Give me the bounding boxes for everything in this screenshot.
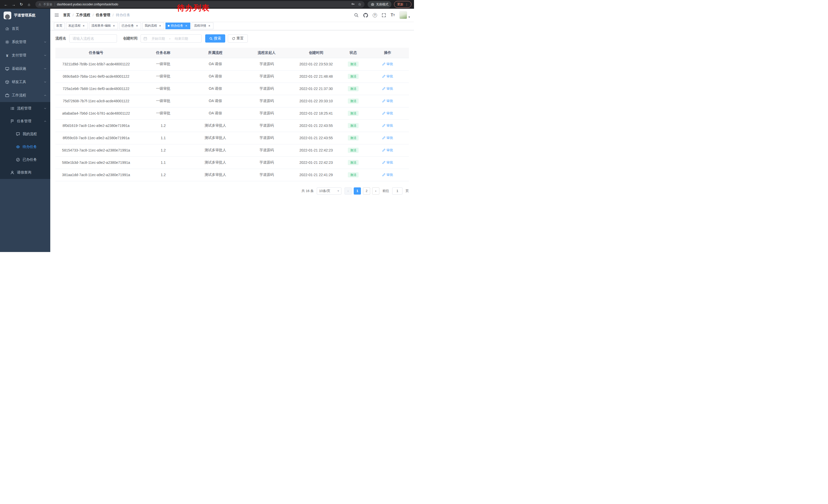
workflow-submenu: 流程管理 任务管理 我的流程 待办任务 — [0, 102, 50, 179]
font-size-icon[interactable]: TT — [391, 13, 395, 17]
sidebar-item-workflow[interactable]: 工作流程 — [0, 89, 50, 102]
sidebar-item-system[interactable]: 系统管理 — [0, 35, 50, 49]
create-time-label: 创建时间 — [123, 36, 137, 41]
back-icon[interactable]: ← — [3, 1, 9, 8]
sidebar-item-infrastructure[interactable]: 基础设施 — [0, 62, 50, 75]
search-icon[interactable] — [354, 13, 359, 17]
tab-close-icon[interactable]: × — [112, 24, 116, 28]
approve-button[interactable]: 审批 — [382, 123, 393, 128]
search-button[interactable]: 搜索 — [205, 34, 225, 43]
page-button-1[interactable]: 1 — [354, 187, 361, 194]
approve-button[interactable]: 审批 — [382, 99, 393, 103]
reset-button[interactable]: 重置 — [228, 34, 248, 43]
end-date-input[interactable] — [172, 37, 191, 41]
fullscreen-icon[interactable] — [382, 13, 386, 17]
process-name-input[interactable] — [69, 34, 117, 43]
sidebar-item-done-task[interactable]: 已办任务 — [0, 153, 50, 166]
edit-pencil-icon — [382, 87, 385, 90]
forward-icon[interactable]: → — [10, 1, 17, 8]
table-row: 381aa1dd-7ac8-11ec-a9e2-a2380e71991a1.2测… — [55, 169, 409, 181]
tab-done-task[interactable]: 已办任务 × — [119, 22, 141, 29]
task-name-cell: 1.2 — [137, 169, 190, 181]
approve-button[interactable]: 审批 — [382, 62, 393, 66]
page-size-select[interactable]: 10条/页 ▾ — [317, 187, 341, 194]
tab-process-detail[interactable]: 流程详情 × — [192, 22, 213, 29]
tab-close-icon[interactable]: × — [82, 24, 85, 28]
next-page-button[interactable]: › — [372, 187, 379, 194]
home-icon[interactable]: ⌂ — [26, 1, 32, 8]
sidebar-collapse-icon[interactable] — [54, 13, 59, 17]
approve-button[interactable]: 审批 — [382, 173, 393, 177]
tab-close-icon[interactable]: × — [208, 24, 211, 28]
sidebar-item-home[interactable]: 首页 — [0, 22, 50, 35]
task-id-cell: 75d72608-7b7f-11ec-a3c8-acde48001122 — [55, 95, 137, 107]
calendar-icon — [143, 37, 147, 41]
tab-process-form-edit[interactable]: 流程表单-编辑 × — [89, 22, 118, 29]
start-date-input[interactable] — [149, 37, 168, 41]
tab-home[interactable]: 首页 — [54, 22, 65, 29]
tab-my-process[interactable]: 我的流程 × — [142, 22, 164, 29]
table-row: 069c6a63-7b8a-11ec-8ef0-acde48001122一级审批… — [55, 70, 409, 83]
edit-pencil-icon — [382, 111, 385, 115]
table-row: a6aba0a4-7b6d-11ec-b781-acde48001122一级审批… — [55, 107, 409, 120]
approve-button[interactable]: 审批 — [382, 86, 393, 91]
approve-button[interactable]: 审批 — [382, 160, 393, 165]
sidebar-item-todo-task[interactable]: 待办任务 — [0, 140, 50, 153]
status-cell: 激活 — [340, 169, 366, 181]
approve-button[interactable]: 审批 — [382, 111, 393, 116]
task-id-cell: 069c6a63-7b8a-11ec-8ef0-acde48001122 — [55, 70, 137, 83]
github-icon[interactable] — [363, 13, 368, 18]
action-cell: 审批 — [367, 144, 409, 156]
task-name-cell: 1.2 — [137, 144, 190, 156]
browser-menu-icon[interactable]: ⋮ — [405, 3, 408, 6]
breadcrumb-task-management[interactable]: 任务管理 — [96, 13, 110, 17]
tab-start-process[interactable]: 发起流程 × — [66, 22, 88, 29]
reload-icon[interactable]: ↻ — [18, 1, 25, 8]
password-key-icon[interactable] — [351, 2, 355, 7]
initiator-cell: 芋道源码 — [241, 83, 292, 95]
edit-pencil-icon — [382, 173, 385, 176]
edit-pencil-icon — [382, 124, 385, 127]
sidebar-item-payment[interactable]: ¥ 支付管理 — [0, 49, 50, 62]
task-name-cell: 一级审批 — [137, 107, 190, 120]
goto-page-input[interactable] — [392, 187, 403, 194]
task-name-cell: 一级审批 — [137, 58, 190, 70]
breadcrumb-home[interactable]: 首页 — [63, 13, 70, 17]
process-cell: 测试多审批人 — [190, 156, 241, 169]
table-row: 8f059c03-7ac8-11ec-a9e2-a2380e71991a1.1测… — [55, 132, 409, 144]
approve-button[interactable]: 审批 — [382, 74, 393, 79]
created-cell: 2022-01-22 21:48:48 — [292, 70, 340, 83]
bookmark-star-icon[interactable]: ☆ — [358, 2, 362, 7]
task-table-body: 73211d9d-7b9b-11ec-b5b7-acde48001122一级审批… — [55, 58, 409, 181]
created-cell: 2022-01-22 21:37:30 — [292, 83, 340, 95]
approve-button[interactable]: 审批 — [382, 136, 393, 140]
user-avatar-dropdown[interactable]: ▾ — [399, 11, 410, 19]
help-icon[interactable]: ? — [373, 13, 377, 17]
approve-button[interactable]: 审批 — [382, 148, 393, 152]
sidebar-item-leave-query[interactable]: 请假查询 — [0, 166, 50, 179]
task-name-cell: 1.1 — [137, 156, 190, 169]
sidebar-item-devtools[interactable]: 研发工具 — [0, 75, 50, 89]
sidebar-item-my-process[interactable]: 我的流程 — [0, 128, 50, 140]
table-row: 8f0d1619-7ac8-11ec-a9e2-a2380e71991a1.2测… — [55, 120, 409, 132]
task-name-cell: 一级审批 — [137, 95, 190, 107]
initiator-cell: 芋道源码 — [241, 58, 292, 70]
page-button-2[interactable]: 2 — [363, 187, 370, 194]
tab-close-icon[interactable]: × — [184, 24, 188, 28]
sidebar-item-task-management[interactable]: 任务管理 — [0, 115, 50, 128]
date-range-picker[interactable]: - — [140, 34, 202, 43]
action-cell: 审批 — [367, 132, 409, 144]
tab-close-icon[interactable]: × — [135, 24, 139, 28]
action-cell: 审批 — [367, 83, 409, 95]
update-button[interactable]: 更新 ⋮ — [394, 1, 411, 8]
initiator-cell: 芋道源码 — [241, 120, 292, 132]
status-cell: 激活 — [340, 156, 366, 169]
table-row: 58154733-7ac8-11ec-a9e2-a2380e71991a1.2测… — [55, 144, 409, 156]
breadcrumb-workflow[interactable]: 工作流程 — [76, 13, 90, 17]
tab-todo-task[interactable]: 待办任务 × — [165, 22, 190, 29]
prev-page-button[interactable]: ‹ — [344, 187, 352, 194]
chevron-down-icon — [44, 41, 47, 44]
sidebar-item-process-management[interactable]: 流程管理 — [0, 102, 50, 115]
tab-close-icon[interactable]: × — [158, 24, 162, 28]
created-cell: 2022-01-22 18:25:41 — [292, 107, 340, 120]
